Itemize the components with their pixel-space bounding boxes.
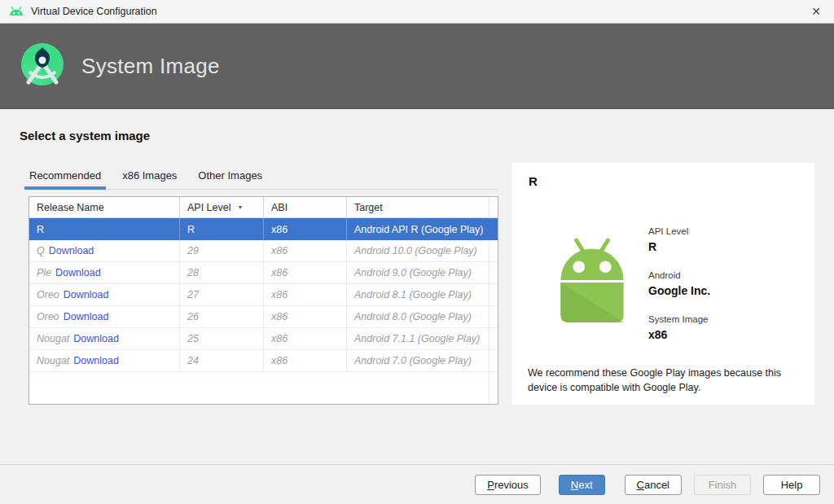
table-row-nougat-25[interactable]: Nougat Download 25 x86 Android 7.1.1 (Go… [29, 328, 498, 350]
abi-cell: x86 [264, 328, 347, 349]
next-button-label: ext [578, 479, 592, 491]
column-header-abi-label: ABI [271, 202, 288, 213]
abi-cell: x86 [264, 284, 347, 305]
download-link[interactable]: Download [64, 289, 109, 300]
api-level-cell: 24 [180, 350, 264, 371]
tab-x86-images[interactable]: x86 Images [117, 164, 182, 189]
target-cell: Android 7.0 (Google Play) [347, 350, 498, 371]
vendor-label: Android [648, 270, 710, 280]
next-button[interactable]: Next [559, 475, 605, 495]
release-name: Pie [37, 267, 51, 278]
api-level-label: API Level [648, 226, 710, 236]
system-image-value: x86 [648, 328, 710, 341]
content-area: Select a system image Recommended x86 Im… [0, 109, 834, 464]
previous-button-label: revious [494, 479, 529, 491]
table-row-oreo-27[interactable]: Oreo Download 27 x86 Android 8.1 (Google… [29, 284, 498, 306]
vendor-group: Android Google Inc. [648, 270, 710, 297]
abi-cell: x86 [264, 262, 347, 283]
help-button[interactable]: Help [763, 475, 820, 495]
download-link[interactable]: Download [73, 355, 119, 366]
tab-other-images-label: Other Images [198, 169, 262, 182]
detail-info: API Level R Android Google Inc. System I… [648, 226, 710, 358]
download-link[interactable]: Download [73, 333, 119, 344]
release-name-cell: R [29, 218, 180, 240]
target-cell: Android 8.0 (Google Play) [347, 306, 498, 327]
release-name-cell: Q Download [29, 240, 180, 261]
page-title: System Image [81, 54, 220, 79]
tab-x86-images-label: x86 Images [122, 169, 177, 182]
cancel-button[interactable]: Cancel [625, 475, 682, 495]
wizard-header: System Image [0, 24, 834, 109]
api-level-cell: 26 [180, 306, 264, 327]
abi-cell: x86 [264, 240, 347, 261]
target-cell: Android 8.1 (Google Play) [347, 284, 498, 305]
help-button-label: Help [781, 479, 803, 491]
android-studio-logo-icon [20, 42, 65, 90]
window-title: Virtual Device Configuration [31, 6, 157, 17]
download-link[interactable]: Download [64, 311, 109, 322]
previous-button-mnemonic: P [487, 479, 494, 491]
virtual-device-configuration-dialog: Virtual Device Configuration ✕ System Im… [0, 0, 834, 504]
abi-cell: x86 [264, 218, 347, 240]
column-header-api-level-label: API Level [187, 202, 231, 213]
table-row-pie[interactable]: Pie Download 28 x86 Android 9.0 (Google … [29, 262, 498, 284]
table-row-q[interactable]: Q Download 29 x86 Android 10.0 (Google P… [29, 240, 498, 262]
abi-cell: x86 [264, 350, 347, 371]
table-header-row: Release Name API Level ▼ ABI Target [29, 197, 498, 218]
next-button-mnemonic: N [571, 479, 578, 491]
footer: Previous Next Cancel Finish Help [0, 464, 834, 504]
api-level-cell: 28 [180, 262, 264, 283]
api-level-cell: 27 [180, 284, 264, 305]
release-name: R [37, 224, 44, 235]
api-level-cell: 29 [180, 240, 264, 261]
release-name-cell: Pie Download [29, 262, 180, 283]
target-cell: Android 9.0 (Google Play) [347, 262, 498, 283]
release-name: Oreo [37, 289, 59, 300]
table-row-nougat-24[interactable]: Nougat Download 24 x86 Android 7.0 (Goog… [29, 350, 498, 372]
target-cell: Android 7.1.1 (Google Play) [347, 328, 498, 349]
column-header-target[interactable]: Target [347, 197, 498, 217]
api-level-cell: 25 [180, 328, 264, 349]
table-row-r[interactable]: R R x86 Android API R (Google Play) [29, 218, 498, 240]
api-level-group: API Level R [648, 226, 710, 253]
selected-image-detail-panel: R API Level R Android [511, 163, 814, 405]
section-heading: Select a system image [20, 129, 150, 142]
vendor-value: Google Inc. [648, 284, 710, 297]
column-header-release-name-label: Release Name [37, 202, 104, 213]
release-name-cell: Oreo Download [29, 306, 180, 327]
cancel-button-mnemonic: C [637, 479, 644, 491]
column-header-target-label: Target [354, 202, 383, 213]
release-name: Oreo [37, 311, 59, 322]
finish-button: Finish [694, 475, 751, 495]
release-name: Q [37, 245, 45, 256]
column-header-api-level[interactable]: API Level ▼ [180, 197, 264, 217]
system-image-table: Release Name API Level ▼ ABI Target R R … [29, 196, 498, 405]
system-image-group: System Image x86 [648, 314, 710, 341]
release-name-cell: Oreo Download [29, 284, 180, 305]
release-name: Nougat [37, 333, 69, 344]
titlebar: Virtual Device Configuration ✕ [0, 0, 834, 24]
finish-button-label: Finish [709, 479, 737, 491]
target-cell: Android API R (Google Play) [347, 218, 498, 240]
target-cell: Android 10.0 (Google Play) [347, 240, 498, 261]
release-name: Nougat [37, 355, 69, 366]
android-head-icon [8, 5, 24, 20]
api-level-value: R [648, 240, 710, 253]
download-link[interactable]: Download [55, 267, 101, 278]
previous-button[interactable]: Previous [475, 475, 541, 495]
cancel-button-label: ancel [644, 479, 669, 491]
image-tabs: Recommended x86 Images Other Images [24, 164, 498, 190]
recommendation-note: We recommend these Google Play images be… [528, 366, 813, 395]
api-level-cell: R [180, 218, 264, 240]
android-robot-icon [542, 228, 642, 331]
column-header-abi[interactable]: ABI [264, 197, 347, 217]
table-row-oreo-26[interactable]: Oreo Download 26 x86 Android 8.0 (Google… [29, 306, 498, 328]
system-image-label: System Image [648, 314, 710, 324]
download-link[interactable]: Download [49, 245, 94, 256]
tab-other-images[interactable]: Other Images [193, 164, 267, 189]
tab-recommended-label: Recommended [29, 169, 101, 182]
tab-recommended[interactable]: Recommended [24, 164, 106, 189]
column-header-release-name[interactable]: Release Name [29, 197, 180, 217]
close-icon[interactable]: ✕ [798, 0, 834, 23]
detail-title: R [529, 174, 538, 188]
